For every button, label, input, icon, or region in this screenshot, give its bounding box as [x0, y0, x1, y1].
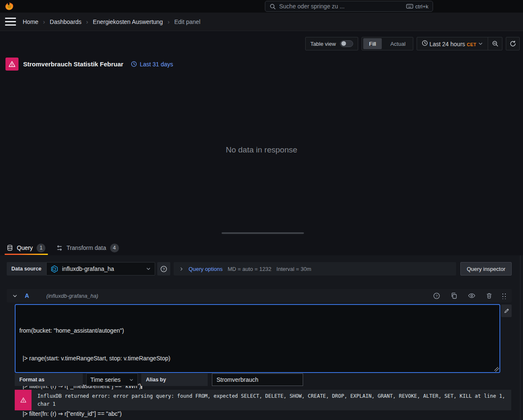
- database-icon: [7, 244, 13, 251]
- refresh-button[interactable]: [506, 37, 520, 50]
- max-data-points-summary: MD = auto = 1232: [228, 266, 272, 272]
- shortcut-label: ctrl+k: [415, 3, 428, 10]
- chevron-down-icon: [146, 266, 151, 271]
- format-as-label: Format as: [15, 373, 83, 386]
- interval-summary: Interval = 30m: [277, 266, 312, 272]
- grafana-logo-icon[interactable]: [4, 1, 14, 11]
- query-row-header: A (influxdb-grafana_ha) ?: [7, 289, 512, 302]
- top-bar: ctrl+k: [0, 0, 523, 13]
- format-as-select[interactable]: Time series: [86, 373, 138, 386]
- editor-tabs: Query 1 Transform data 4: [7, 242, 119, 254]
- datasource-label: Data source: [7, 262, 46, 276]
- grafana-edit-panel-page: ctrl+k Home › Dashboards › Energiekosten…: [0, 0, 523, 420]
- query-options-bar[interactable]: Query options MD = auto = 1232 Interval …: [174, 262, 457, 276]
- tab-query-label: Query: [17, 244, 33, 251]
- pane-resize-handle[interactable]: [222, 232, 304, 234]
- query-ref-id[interactable]: A: [25, 292, 29, 299]
- collapse-chevron-down-icon[interactable]: [12, 293, 18, 299]
- query-error-alert: InfluxDB returned error: error parsing q…: [15, 390, 508, 410]
- time-range-label: Last 24 hours: [429, 41, 465, 47]
- clock-icon: [422, 40, 428, 46]
- query-line: |> filter(fn: (r) ⇒ r["entity_id"] == "a…: [19, 409, 496, 418]
- search-shortcut: ctrl+k: [406, 3, 428, 10]
- alias-by-label: Alias by: [141, 373, 208, 386]
- pane-splitter[interactable]: [520, 255, 520, 420]
- chevron-right-icon: ›: [167, 18, 169, 25]
- panel-title: Stromverbrauch Statistik Februar: [23, 60, 123, 68]
- panel-time-info-label: Last 31 days: [140, 61, 173, 68]
- chevron-down-icon: [478, 41, 483, 46]
- query-options-label: Query options: [189, 266, 223, 272]
- query-line: |> range(start: v.timeRangeStart, stop: …: [19, 354, 496, 363]
- error-stripe: [15, 390, 32, 410]
- breadcrumb-current: Edit panel: [174, 18, 200, 25]
- breadcrumb: Home › Dashboards › Energiekosten Auswer…: [23, 18, 201, 25]
- toggle-visibility-eye-icon[interactable]: [468, 292, 475, 299]
- menu-icon[interactable]: [5, 18, 16, 26]
- table-view-label: Table view: [310, 41, 336, 47]
- table-view-toggle[interactable]: [340, 40, 353, 47]
- chevron-right-icon: [179, 267, 184, 271]
- delete-query-trash-icon[interactable]: [486, 292, 492, 299]
- fill-actual-group: Fill Actual: [362, 37, 413, 50]
- flux-query-editor[interactable]: from(bucket: "home_assistant/autogen") |…: [15, 304, 500, 373]
- tab-transform-data[interactable]: Transform data 4: [56, 242, 119, 254]
- table-view-group: Table view: [305, 37, 358, 50]
- edit-query-button[interactable]: [501, 304, 512, 317]
- breadcrumb-home[interactable]: Home: [23, 18, 38, 25]
- breadcrumb-dashboards[interactable]: Dashboards: [50, 18, 82, 25]
- help-circle-icon: ?: [160, 265, 167, 273]
- zoom-out-icon: [492, 40, 499, 47]
- query-row-actions: ?: [433, 292, 492, 299]
- datasource-picker[interactable]: influxdb-grafana_ha: [46, 262, 155, 276]
- pencil-icon: [504, 308, 510, 314]
- nav-bar: Home › Dashboards › Energiekosten Auswer…: [0, 13, 523, 31]
- zoom-out-button[interactable]: [488, 37, 502, 50]
- drag-handle-icon[interactable]: [502, 292, 506, 299]
- no-data-message: No data in response: [0, 145, 523, 155]
- transform-count-badge: 4: [110, 244, 119, 252]
- fill-button[interactable]: Fill: [363, 38, 382, 49]
- refresh-icon: [510, 40, 516, 47]
- clock-icon: [131, 61, 137, 67]
- panel-header: Stromverbrauch Statistik Februar Last 31…: [5, 58, 173, 71]
- time-range-picker[interactable]: Last 24 hours CET: [417, 40, 488, 47]
- query-inspector-button[interactable]: Query inspector: [460, 262, 512, 276]
- datasource-value: influxdb-grafana_ha: [62, 265, 114, 272]
- search-input[interactable]: [279, 3, 403, 10]
- duplicate-query-icon[interactable]: [451, 292, 457, 299]
- svg-text:?: ?: [163, 267, 165, 271]
- svg-text:?: ?: [436, 294, 438, 298]
- chevron-right-icon: ›: [86, 18, 88, 25]
- datasource-help-button[interactable]: ?: [157, 262, 170, 276]
- help-circle-icon[interactable]: ?: [433, 292, 440, 299]
- chevron-right-icon: ›: [43, 18, 45, 25]
- transform-icon: [56, 245, 63, 251]
- timezone-badge: CET: [467, 42, 476, 47]
- query-count-badge: 1: [37, 244, 45, 252]
- global-search[interactable]: ctrl+k: [265, 1, 433, 12]
- query-datasource-hint: (influxdb-grafana_ha): [46, 293, 98, 299]
- query-editor-section: Data source influxdb-grafana_ha ?: [0, 255, 523, 420]
- keyboard-icon: [406, 4, 413, 9]
- datasource-row: Data source influxdb-grafana_ha ?: [7, 262, 512, 276]
- query-line: from(bucket: "home_assistant/autogen"): [19, 326, 496, 335]
- alias-by-input[interactable]: [212, 373, 303, 386]
- format-as-value: Time series: [90, 376, 121, 383]
- influxdb-icon: [50, 265, 58, 273]
- time-picker-group: Last 24 hours CET: [417, 37, 502, 50]
- format-row: Format as Time series Alias by: [15, 373, 303, 386]
- chevron-down-icon: [129, 378, 134, 382]
- actual-button[interactable]: Actual: [383, 37, 412, 50]
- panel-toolbar: Table view Fill Actual Last 24 hours CET: [305, 37, 520, 50]
- tab-query[interactable]: Query 1: [7, 242, 45, 254]
- error-message: InfluxDB returned error: error parsing q…: [32, 390, 511, 410]
- warning-triangle-icon: [20, 397, 26, 403]
- textarea-resize-handle[interactable]: [494, 367, 499, 372]
- warning-triangle-icon: [8, 60, 16, 68]
- search-icon: [269, 3, 276, 10]
- tab-transform-label: Transform data: [66, 244, 106, 251]
- breadcrumb-dashboard-name[interactable]: Energiekosten Auswertung: [93, 18, 163, 25]
- panel-alert-chip[interactable]: [5, 58, 18, 71]
- panel-time-info[interactable]: Last 31 days: [131, 61, 173, 68]
